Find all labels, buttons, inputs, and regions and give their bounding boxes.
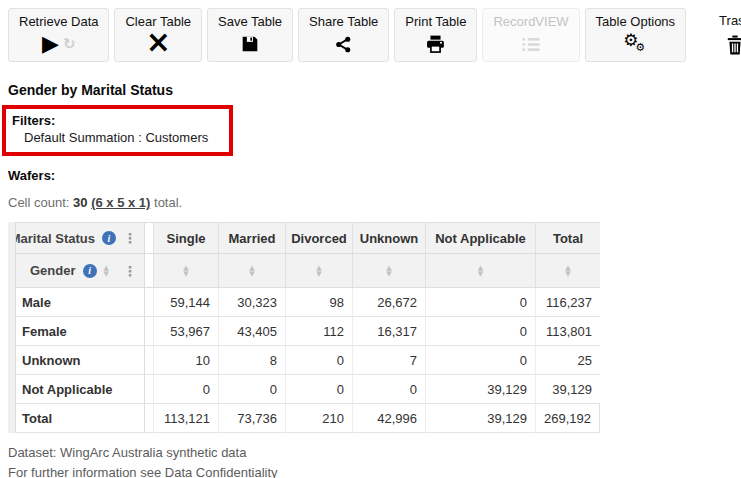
gears-icon: ⚙ ⚙ [622, 31, 648, 57]
retrieve-data-button[interactable]: Retrieve Data ▶ ↻ [8, 8, 109, 62]
recordview-label: RecordVIEW [493, 14, 568, 29]
sort-icon[interactable]: ▲▼ [565, 265, 570, 277]
sort-cell-divorced[interactable]: ▲▼ [285, 254, 352, 288]
refresh-icon: ↻ [63, 37, 76, 52]
sort-icon[interactable]: ▲▼ [386, 265, 391, 277]
sort-icon[interactable]: ▲▼ [249, 265, 254, 277]
row-dimension-strip [8, 222, 16, 433]
cell-unknown-single[interactable]: 10 [153, 346, 218, 375]
data-confidentiality-link[interactable]: Data Confidentiality [165, 465, 278, 478]
column-header-married[interactable]: Married [218, 222, 285, 254]
cell-male-married[interactable]: 30,323 [218, 288, 285, 317]
dataset-note: Dataset: WingArc Australia synthetic dat… [8, 443, 741, 463]
cell-count-value: 30 [73, 195, 87, 210]
save-table-label: Save Table [218, 14, 282, 29]
cell-male-unknown[interactable]: 26,672 [352, 288, 425, 317]
printer-icon [426, 31, 445, 57]
body-gutter [145, 346, 153, 375]
row-label-total[interactable]: Total [8, 404, 145, 433]
header-gutter [145, 222, 153, 254]
column-header-unknown[interactable]: Unknown [352, 222, 425, 254]
kebab-menu-icon[interactable]: ⋮ [123, 263, 137, 279]
cell-total-single[interactable]: 113,121 [153, 404, 218, 433]
cell-male-divorced[interactable]: 98 [285, 288, 352, 317]
toolbar: Retrieve Data ▶ ↻ Clear Table × Save Tab… [0, 0, 741, 62]
sort-cell-single[interactable]: ▲▼ [153, 254, 218, 288]
footer: Dataset: WingArc Australia synthetic dat… [8, 443, 741, 478]
cell-female-not-applicable[interactable]: 0 [425, 317, 535, 346]
cell-unknown-total[interactable]: 25 [535, 346, 600, 375]
sort-icon[interactable]: ▲▼ [183, 265, 188, 277]
cell-not-applicable-divorced[interactable]: 0 [285, 375, 352, 404]
sort-cell-not-applicable[interactable]: ▲▼ [425, 254, 535, 288]
cell-female-single[interactable]: 53,967 [153, 317, 218, 346]
body-gutter [145, 375, 153, 404]
sort-icon[interactable]: ▲▼ [104, 265, 109, 277]
sort-icon[interactable]: ▲▼ [478, 265, 483, 277]
column-header-single[interactable]: Single [153, 222, 218, 254]
cell-count-line: Cell count: 30 (6 x 5 x 1) total. [8, 195, 741, 210]
column-dimension-header[interactable]: Marital Status i ⋮ [8, 222, 145, 254]
info-icon[interactable]: i [83, 264, 97, 278]
cell-total-not-applicable[interactable]: 39,129 [425, 404, 535, 433]
cell-total-unknown[interactable]: 42,996 [352, 404, 425, 433]
cell-not-applicable-unknown[interactable]: 0 [352, 375, 425, 404]
body-gutter [145, 404, 153, 433]
share-icon [335, 31, 352, 57]
confidentiality-note: For further information see Data Confide… [8, 463, 741, 478]
row-label-unknown[interactable]: Unknown [8, 346, 145, 375]
cell-female-unknown[interactable]: 16,317 [352, 317, 425, 346]
cell-not-applicable-not-applicable[interactable]: 39,129 [425, 375, 535, 404]
kebab-menu-icon[interactable]: ⋮ [123, 230, 137, 246]
cell-total-married[interactable]: 73,736 [218, 404, 285, 433]
sort-cell-unknown[interactable]: ▲▼ [352, 254, 425, 288]
confidentiality-prefix: For further information see [8, 465, 165, 478]
cell-count-suffix: total. [150, 195, 182, 210]
row-label-female[interactable]: Female [8, 317, 145, 346]
cell-male-single[interactable]: 59,144 [153, 288, 218, 317]
retrieve-data-label: Retrieve Data [19, 14, 98, 29]
cell-count-link[interactable]: (6 x 5 x 1) [91, 195, 150, 210]
column-header-divorced[interactable]: Divorced [285, 222, 352, 254]
sort-cell-married[interactable]: ▲▼ [218, 254, 285, 288]
column-header-total[interactable]: Total [535, 222, 600, 254]
share-table-label: Share Table [309, 14, 378, 29]
cell-unknown-unknown[interactable]: 7 [352, 346, 425, 375]
cell-unknown-not-applicable[interactable]: 0 [425, 346, 535, 375]
column-header-not-applicable[interactable]: Not Applicable [425, 222, 535, 254]
clear-table-button[interactable]: Clear Table × [114, 8, 202, 62]
info-icon[interactable]: i [102, 231, 116, 245]
cell-unknown-married[interactable]: 8 [218, 346, 285, 375]
cell-not-applicable-married[interactable]: 0 [218, 375, 285, 404]
print-table-button[interactable]: Print Table [394, 8, 477, 62]
cell-female-married[interactable]: 43,405 [218, 317, 285, 346]
list-icon [521, 31, 541, 57]
cell-male-total[interactable]: 116,237 [535, 288, 600, 317]
cell-female-divorced[interactable]: 112 [285, 317, 352, 346]
body-gutter [145, 317, 153, 346]
save-table-button[interactable]: Save Table [207, 8, 293, 62]
cell-total-divorced[interactable]: 210 [285, 404, 352, 433]
row-dimension-header[interactable]: Gender i ▲▼ ⋮ [8, 254, 145, 288]
share-table-button[interactable]: Share Table [298, 8, 389, 62]
sort-cell-total[interactable]: ▲▼ [535, 254, 600, 288]
cell-unknown-divorced[interactable]: 0 [285, 346, 352, 375]
row-label-male[interactable]: Male [8, 288, 145, 317]
play-icon: ▶ [42, 33, 59, 55]
table-options-label: Table Options [596, 14, 676, 29]
cell-count-prefix: Cell count: [8, 195, 73, 210]
body-gutter [145, 288, 153, 317]
recordview-button: RecordVIEW [482, 8, 579, 62]
x-icon: × [146, 27, 171, 57]
cell-not-applicable-total[interactable]: 39,129 [535, 375, 600, 404]
table-options-button[interactable]: Table Options ⚙ ⚙ [585, 8, 687, 62]
cell-male-not-applicable[interactable]: 0 [425, 288, 535, 317]
trash-button[interactable]: Trash [709, 8, 741, 62]
cell-not-applicable-single[interactable]: 0 [153, 375, 218, 404]
cell-female-total[interactable]: 113,801 [535, 317, 600, 346]
row-label-not-applicable[interactable]: Not Applicable [8, 375, 145, 404]
cell-total-total[interactable]: 269,192 [535, 404, 600, 433]
trash-label: Trash [719, 13, 741, 28]
sort-icon[interactable]: ▲▼ [316, 265, 321, 277]
wafers-label: Wafers: [8, 168, 741, 183]
